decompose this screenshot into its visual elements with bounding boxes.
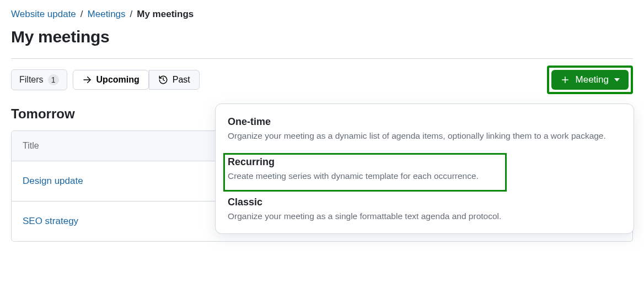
filters-button[interactable]: Filters 1 xyxy=(11,69,67,90)
add-meeting-label: Meeting xyxy=(576,74,609,85)
dropdown-item-desc: Organize your meeting as a single format… xyxy=(228,211,621,221)
dropdown-item-recurring[interactable]: Recurring Create meeting series with dyn… xyxy=(216,149,634,189)
past-label: Past xyxy=(173,75,190,85)
breadcrumb-project[interactable]: Website update xyxy=(11,9,76,20)
dropdown-item-title: One-time xyxy=(228,116,621,128)
meeting-row-title[interactable]: SEO strategy xyxy=(23,216,232,227)
page-title: My meetings xyxy=(11,28,633,46)
filters-label: Filters xyxy=(19,75,44,85)
time-filter-segment: Upcoming Past xyxy=(73,70,200,90)
meeting-type-dropdown: One-time Organize your meeting as a dyna… xyxy=(215,103,634,234)
dropdown-item-desc: Create meeting series with dynamic templ… xyxy=(228,171,621,181)
add-meeting-button[interactable]: Meeting xyxy=(551,70,629,90)
dropdown-item-title: Recurring xyxy=(228,156,621,168)
add-meeting-highlight: Meeting xyxy=(547,66,633,94)
breadcrumb-sep-icon: / xyxy=(80,9,83,20)
plus-icon xyxy=(560,75,570,85)
chevron-down-icon xyxy=(614,78,620,81)
breadcrumb-sep-icon: / xyxy=(130,9,133,20)
breadcrumb: Website update / Meetings / My meetings xyxy=(11,9,633,20)
dropdown-item-desc: Organize your meeting as a dynamic list … xyxy=(228,131,621,141)
history-icon xyxy=(158,75,168,85)
upcoming-label: Upcoming xyxy=(96,75,139,85)
tab-upcoming[interactable]: Upcoming xyxy=(73,70,149,90)
dropdown-item-one-time[interactable]: One-time Organize your meeting as a dyna… xyxy=(216,108,634,149)
breadcrumb-meetings[interactable]: Meetings xyxy=(88,9,126,20)
dropdown-item-title: Classic xyxy=(228,197,621,208)
breadcrumb-current: My meetings xyxy=(137,9,194,20)
meeting-row-title[interactable]: Design update xyxy=(23,176,232,187)
filters-count-badge: 1 xyxy=(48,74,59,85)
toolbar: Filters 1 Upcoming Past Meeting xyxy=(11,59,633,94)
tab-past[interactable]: Past xyxy=(149,70,200,90)
column-title-header: Title xyxy=(23,141,232,151)
dropdown-item-classic[interactable]: Classic Organize your meeting as a singl… xyxy=(216,189,634,229)
arrow-right-icon xyxy=(82,75,92,85)
